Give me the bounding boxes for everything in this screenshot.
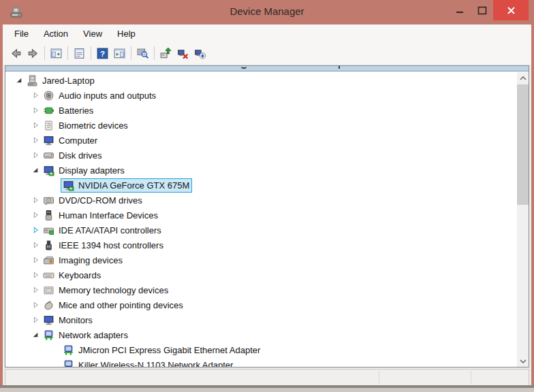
collapsed-arrow-icon <box>32 316 39 323</box>
tree-item-dvd-cd-rom-drives[interactable]: DVD/CD-ROM drives <box>41 193 145 208</box>
toolbar-separator <box>91 46 91 60</box>
tree-collapsed-toggle[interactable] <box>30 255 41 265</box>
uninstall-device-button[interactable] <box>174 45 191 62</box>
scrollbar-thumb[interactable] <box>517 84 529 205</box>
properties-button[interactable] <box>71 45 88 62</box>
tree-row: Monitors <box>5 312 516 327</box>
update-driver-button[interactable] <box>157 45 174 62</box>
tree-item-keyboards[interactable]: Keyboards <box>41 268 104 282</box>
maximize-button[interactable] <box>471 0 493 20</box>
tree-item-jmicron-pci-express-gigabit-ethernet-adapter[interactable]: JMicron PCI Express Gigabit Ethernet Ada… <box>61 343 263 357</box>
scan-hardware-changes-button[interactable] <box>134 45 151 62</box>
tree-collapsed-toggle[interactable] <box>30 210 41 220</box>
tree-item-audio-inputs-and-outputs[interactable]: Audio inputs and outputs <box>41 88 159 103</box>
scroll-up-button[interactable] <box>517 72 529 84</box>
tree-collapsed-toggle[interactable] <box>30 284 41 295</box>
display-device-icon <box>63 180 74 191</box>
tree-collapsed-toggle[interactable] <box>30 135 41 146</box>
tree-item-nvidia-geforce-gtx-675m[interactable]: NVIDIA GeForce GTX 675M <box>61 178 192 193</box>
tree-item-label: IEEE 1394 host controllers <box>59 240 163 250</box>
tree-row: Computer <box>5 133 516 148</box>
collapsed-arrow-icon <box>32 242 39 248</box>
tree-collapsed-toggle[interactable] <box>30 270 41 280</box>
battery-device-icon <box>43 105 54 116</box>
tree-collapsed-toggle[interactable] <box>30 299 41 310</box>
tree-collapsed-toggle[interactable] <box>30 240 41 250</box>
tree-item-display-adapters[interactable]: Display adapters <box>41 163 127 178</box>
tree-item-imaging-devices[interactable]: Imaging devices <box>41 253 125 267</box>
tree-item-disk-drives[interactable]: Disk drives <box>41 148 105 163</box>
disk-device-icon <box>43 150 54 161</box>
collapsed-arrow-icon <box>32 92 39 99</box>
minimize-button[interactable] <box>448 0 471 20</box>
uninstall-device-icon <box>176 47 189 60</box>
collapsed-arrow-icon <box>32 301 39 308</box>
tree-expanded-toggle[interactable] <box>14 75 25 86</box>
tree-item-mice-and-other-pointing-devices[interactable]: Mice and other pointing devices <box>41 298 186 312</box>
tree-item-label: Jared-Laptop <box>42 76 95 86</box>
tree-item-killer-wireless-n-1103-network-adapter[interactable]: Killer Wireless-N 1103 Network Adapter <box>61 358 236 368</box>
vertical-scrollbar[interactable] <box>517 72 529 367</box>
tree-item-computer[interactable]: Computer <box>41 133 100 148</box>
tree-row: JMicron PCI Express Gigabit Ethernet Ada… <box>5 342 516 357</box>
tree-item-label: Killer Wireless-N 1103 Network Adapter <box>78 360 233 368</box>
tree-collapsed-toggle[interactable] <box>30 195 41 206</box>
tree-item-batteries[interactable]: Batteries <box>41 103 96 118</box>
close-button[interactable] <box>493 0 529 20</box>
menu-view[interactable]: View <box>76 25 110 42</box>
toolbar-separator <box>44 46 45 60</box>
menu-action[interactable]: Action <box>36 25 76 42</box>
tree-row: Human Interface Devices <box>5 208 516 223</box>
svg-text:?: ? <box>100 48 105 57</box>
tree-row: Imaging devices <box>5 252 516 267</box>
tree-collapsed-toggle[interactable] <box>30 150 41 161</box>
clipped-text-remnant <box>339 66 340 69</box>
collapsed-arrow-icon <box>32 107 39 114</box>
collapsed-arrow-icon <box>32 197 39 203</box>
tree-row: Memory technology devices <box>5 282 516 297</box>
detect-hardware-changes-button[interactable] <box>191 45 208 62</box>
menu-help[interactable]: Help <box>110 25 143 42</box>
tree-collapsed-toggle[interactable] <box>30 105 41 116</box>
help-button[interactable]: ? <box>94 45 111 62</box>
arrow-spacer <box>50 359 61 367</box>
scroll-down-button[interactable] <box>517 355 529 367</box>
tree-collapsed-hover-toggle[interactable] <box>30 225 41 235</box>
title-bar[interactable]: Device Manager <box>0 0 534 24</box>
toolbar-separator <box>131 46 131 60</box>
collapsed-arrow-icon <box>32 272 39 278</box>
tree-collapsed-toggle[interactable] <box>30 120 41 131</box>
tree-item-network-adapters[interactable]: Network adapters <box>41 328 131 342</box>
tree-collapsed-toggle[interactable] <box>30 90 41 101</box>
arrow-spacer <box>50 344 61 355</box>
network-device-icon <box>63 359 74 368</box>
dvd-device-icon <box>43 195 54 206</box>
tree-item-monitors[interactable]: Monitors <box>41 313 95 327</box>
tree-item-human-interface-devices[interactable]: Human Interface Devices <box>41 208 161 223</box>
collapsed-arrow-icon <box>32 257 39 263</box>
toolbar: ? <box>3 42 531 64</box>
back-button[interactable] <box>7 45 25 62</box>
tree-expanded-toggle[interactable] <box>30 329 41 340</box>
tree-row: Disk drives <box>5 148 516 163</box>
network-device-icon <box>43 329 54 341</box>
ide-device-icon <box>43 225 54 236</box>
tree-item-label: Computer <box>59 135 97 146</box>
tree-item-label: DVD/CD-ROM drives <box>59 195 142 206</box>
tree-item-ide-ata-atapi-controllers[interactable]: IDE ATA/ATAPI controllers <box>41 223 164 238</box>
show-action-pane-icon <box>113 47 126 60</box>
show-action-pane-button[interactable] <box>111 45 128 62</box>
forward-button[interactable] <box>25 45 42 62</box>
imaging-device-icon <box>43 255 54 266</box>
tree-item-memory-technology-devices[interactable]: Memory technology devices <box>41 283 171 297</box>
show-console-tree-button[interactable] <box>48 45 65 62</box>
tree-item-jared-laptop[interactable]: Jared-Laptop <box>25 74 97 88</box>
tree-expanded-toggle[interactable] <box>30 165 41 176</box>
app-frame: FileActionViewHelp ? Jared-LaptopAudio i… <box>3 24 531 385</box>
tree-item-ieee-1394-host-controllers[interactable]: IEEE 1394 host controllers <box>41 238 166 252</box>
tree-item-label: JMicron PCI Express Gigabit Ethernet Ada… <box>78 345 260 355</box>
tree-item-biometric-devices[interactable]: Biometric devices <box>41 118 131 133</box>
tree-collapsed-toggle[interactable] <box>30 314 41 325</box>
menu-file[interactable]: File <box>7 25 36 42</box>
properties-icon <box>73 47 86 60</box>
